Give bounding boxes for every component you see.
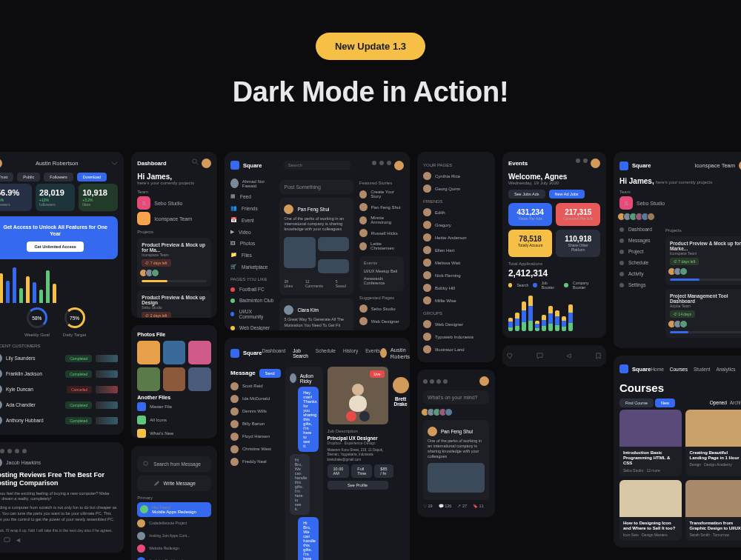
share-icon[interactable] <box>565 353 572 359</box>
thread-item[interactable]: Inviting Join Apps Cont... <box>137 530 211 542</box>
customer-row[interactable]: Anthony HubbardCompleted <box>0 413 118 428</box>
compose-box[interactable]: What's on your mind? <box>423 390 489 404</box>
nav-home[interactable]: Home <box>651 367 663 372</box>
nav-project[interactable]: Project <box>619 246 661 257</box>
compose-box[interactable]: Post Something <box>279 180 353 194</box>
avatar[interactable] <box>202 159 211 168</box>
file-item[interactable]: All Icons <box>137 413 211 427</box>
friend-item[interactable]: Nick Fleming <box>423 269 489 281</box>
contact-item[interactable]: Dennis Wills <box>230 405 281 418</box>
project-card[interactable]: Project Management Tool DashboardAdobe T… <box>665 289 741 338</box>
comment-icon[interactable] <box>4 537 10 544</box>
avatar[interactable] <box>394 161 404 170</box>
event-item[interactable]: Awwwards Conference <box>364 275 399 287</box>
story-item[interactable]: Russell Hicks <box>359 227 404 239</box>
download-button[interactable]: Download <box>77 173 107 181</box>
chevron-down-icon[interactable] <box>111 160 118 167</box>
search-input[interactable] <box>284 161 350 170</box>
thread-item[interactable]: Codedellaroute Project <box>137 517 211 530</box>
team-item[interactable]: Iconspace Team <box>154 216 192 221</box>
project-card[interactable]: Product Preview & Mock up for Ma...Icons… <box>137 238 211 287</box>
photo-thumb[interactable] <box>137 367 160 391</box>
cta-button[interactable]: Get Unlimited Access <box>27 241 83 252</box>
call-end-icon[interactable] <box>346 411 356 421</box>
find-course-button[interactable]: Find Course <box>619 399 654 407</box>
thread-item[interactable]: Website Redesign <box>137 542 211 555</box>
send-button[interactable]: Send <box>259 369 281 378</box>
nav-dashboard[interactable]: Dashboard <box>619 224 661 235</box>
nav-video[interactable]: ▶Video <box>230 226 273 238</box>
friend-item[interactable]: Millie Wise <box>423 294 489 307</box>
new-ad-button[interactable]: New Ad Jobs <box>549 190 585 199</box>
chat-icon[interactable] <box>536 353 543 359</box>
suggested-page[interactable]: Sebo Studio <box>359 302 404 315</box>
thread-item[interactable]: Hey FriendMobile Apps Redesign <box>137 502 211 517</box>
bookmark-icon[interactable] <box>595 353 602 359</box>
nav-schedule[interactable]: Schedule <box>619 257 661 268</box>
heart-icon[interactable] <box>507 353 514 359</box>
nav-marketplace[interactable]: 🛒Marketplace <box>230 261 273 273</box>
fav-page[interactable]: Football FC <box>230 284 273 295</box>
customer-row[interactable]: Ada ChandlerCompleted <box>0 397 118 413</box>
customer-row[interactable]: Lily SaundersCompleted <box>0 350 118 366</box>
story-item[interactable]: Minnie Armstrong <box>359 213 404 227</box>
filter-pill[interactable]: Followers <box>44 173 73 181</box>
fav-page[interactable]: Web Designer <box>230 322 273 330</box>
friend-item[interactable]: Edith <box>423 206 489 219</box>
nav-photos[interactable]: 🖼Photos <box>230 238 273 249</box>
nav-student[interactable]: Student <box>694 367 710 372</box>
contact-item[interactable]: Floyd Hansen <box>230 430 281 443</box>
story-item[interactable]: Create Your Story <box>359 187 404 201</box>
course-card[interactable]: How to Designing Icon and Where to Sell … <box>619 480 682 541</box>
group-item[interactable]: Web Designer <box>423 318 489 330</box>
nav-messages[interactable]: Messages <box>619 235 661 246</box>
filter-pill[interactable]: Trust <box>0 173 13 181</box>
team-item[interactable]: Sebo Studio <box>154 201 182 206</box>
page-item[interactable]: Georg Quinn <box>435 187 460 191</box>
story-item[interactable]: Lettie Christensen <box>359 239 404 253</box>
mic-icon[interactable] <box>359 411 370 421</box>
page-item[interactable]: Cynthia Rice <box>435 174 460 179</box>
pencil-icon[interactable] <box>153 480 160 487</box>
nav-job-search[interactable]: Job Search <box>293 348 308 359</box>
customer-row[interactable]: Kyle DuncanCancelled <box>0 381 118 397</box>
suggested-page[interactable]: Web Designer <box>359 315 404 327</box>
event-item[interactable]: UI/UX Meetup Bali <box>364 267 399 275</box>
nav-analytics[interactable]: Analytics <box>716 367 735 372</box>
nav-friends[interactable]: 👥Friends <box>230 202 273 214</box>
saved-count[interactable]: 5 Saved <box>336 279 349 288</box>
file-item[interactable]: What's New <box>137 427 211 439</box>
photo-thumb[interactable] <box>188 341 211 364</box>
project-card[interactable]: Product Preview & Mock up DesignSebo Stu… <box>137 290 211 318</box>
group-item[interactable]: Illustrator Land <box>423 343 489 356</box>
comments-count[interactable]: 12 Comments <box>305 279 328 288</box>
see-profile-button[interactable]: See Profile <box>328 481 388 490</box>
thread-item[interactable]: Analytics Dashboard <box>137 555 211 560</box>
filter-pill[interactable]: Public <box>17 173 40 181</box>
nav-activity[interactable]: Activity <box>619 268 661 279</box>
nav-feed[interactable]: ▦Feed <box>230 190 273 202</box>
photo-thumb[interactable] <box>163 367 186 391</box>
team-item[interactable]: Sebo Studio <box>637 201 665 206</box>
course-card[interactable]: Introduction Basic Programming HTML & CS… <box>619 410 682 476</box>
friend-item[interactable]: Melissa Watt <box>423 256 489 269</box>
friend-item[interactable]: Hettie Anderson <box>423 231 489 244</box>
photo-thumb[interactable] <box>137 341 160 364</box>
course-card[interactable]: Creating Beautiful Landing Page in 1 Hou… <box>685 410 741 476</box>
friend-item[interactable]: Gregory <box>423 219 489 231</box>
file-item[interactable]: Master File <box>137 400 211 413</box>
nav-courses[interactable]: Courses <box>670 367 688 372</box>
contact-item[interactable]: Billy Barton <box>230 418 281 430</box>
project-card[interactable]: Product Preview & Mock up for Marke...Ic… <box>665 236 741 285</box>
see-jobs-button[interactable]: See Jobs Ads <box>508 190 545 199</box>
fav-page[interactable]: UI/UX Community <box>230 306 273 322</box>
photo-thumb[interactable] <box>163 341 186 364</box>
avatar[interactable] <box>0 159 2 168</box>
nav-event[interactable]: 📅Event <box>230 214 273 226</box>
photo-thumb[interactable] <box>188 367 211 391</box>
nav-settings[interactable]: Settings <box>619 279 661 290</box>
nav-schedule[interactable]: Schedule <box>316 348 336 359</box>
write-message-button[interactable]: Write Message <box>164 481 196 486</box>
tab-opened[interactable]: Opened <box>710 400 727 405</box>
fav-page[interactable]: Badminton Club <box>230 295 273 306</box>
